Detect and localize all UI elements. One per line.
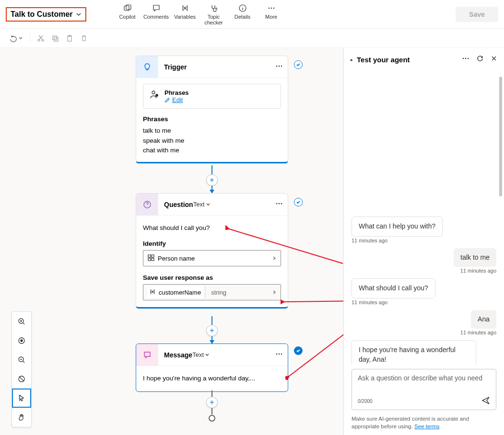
variable-icon: [149, 288, 156, 297]
node-subtype-dropdown[interactable]: Text: [193, 201, 211, 208]
copilot-icon: [123, 3, 132, 13]
zoom-fit-button[interactable]: [12, 331, 31, 350]
svg-point-14: [279, 65, 280, 67]
paste-button[interactable]: [66, 34, 73, 42]
svg-point-6: [273, 7, 274, 8]
node-question[interactable]: Question Text What should I call you? Id…: [136, 193, 288, 309]
svg-point-37: [463, 58, 464, 59]
close-button[interactable]: [491, 55, 497, 64]
stethoscope-icon: [209, 3, 219, 13]
svg-rect-11: [68, 36, 71, 41]
svg-point-39: [468, 58, 469, 59]
more-button[interactable]: [462, 55, 469, 64]
toolbar-group: Copilot Comments Variables Topic checker…: [115, 3, 284, 25]
chat-input[interactable]: Ask a question or describe what you need…: [352, 369, 496, 410]
node-subtype-dropdown[interactable]: Text: [192, 351, 210, 358]
canvas-area[interactable]: Trigger Phrases Edit Phrases talk to me: [0, 48, 343, 435]
svg-point-38: [465, 58, 467, 59]
svg-point-8: [42, 39, 44, 41]
toolbar-label: Comments: [143, 14, 169, 20]
edit-phrases-link[interactable]: Edit: [164, 96, 189, 103]
see-terms-link[interactable]: See terms: [414, 424, 439, 429]
chevron-down-icon: [76, 11, 82, 17]
comment-icon: [152, 3, 161, 13]
toolbar-label: Copilot: [119, 14, 135, 20]
test-pane: ▸ Test your agent What can I help you wi…: [343, 48, 504, 435]
chat-timestamp: 11 minutes ago: [352, 299, 496, 305]
message-icon: [136, 344, 158, 366]
cursor-tool-button[interactable]: [12, 389, 31, 408]
toolbar-comments[interactable]: Comments: [144, 3, 169, 25]
svg-point-7: [38, 39, 40, 41]
svg-rect-23: [152, 255, 154, 257]
identify-field[interactable]: Person name: [143, 250, 281, 266]
toolbar-variables[interactable]: Variables: [173, 3, 198, 25]
lightbulb-icon: [136, 56, 158, 78]
collapse-icon[interactable]: ▸: [351, 57, 353, 62]
copy-button[interactable]: [51, 34, 59, 42]
svg-point-13: [276, 65, 278, 67]
svg-point-28: [281, 353, 282, 355]
toolbar-more[interactable]: More: [259, 3, 284, 25]
chat-disclaimer: Make sure AI-generated content is accura…: [344, 415, 504, 435]
phrase-item: chat with me: [143, 146, 281, 155]
scrollbar-thumb[interactable]: [499, 77, 502, 196]
end-node: [209, 415, 215, 422]
chat-message-bot: I hope you're having a wonderful day, An…: [352, 340, 496, 365]
node-more-button[interactable]: [275, 350, 283, 360]
chat-timestamp: 11 minutes ago: [352, 238, 496, 243]
svg-rect-22: [148, 255, 151, 257]
svg-rect-25: [152, 258, 154, 261]
minimap-button[interactable]: [12, 369, 31, 389]
phrase-item: speak with me: [143, 136, 281, 146]
topic-name-label: Talk to Customer: [11, 10, 73, 19]
phrases-heading: Phrases: [143, 114, 281, 124]
chevron-right-icon: [272, 255, 277, 262]
svg-point-26: [276, 353, 278, 355]
node-more-button[interactable]: [275, 62, 283, 72]
svg-rect-9: [53, 36, 57, 40]
svg-point-15: [281, 65, 282, 67]
toolbar-copilot[interactable]: Copilot: [115, 3, 140, 25]
svg-point-16: [152, 91, 155, 94]
svg-rect-10: [54, 37, 58, 41]
add-node-button[interactable]: +: [206, 174, 218, 186]
node-message[interactable]: Message Text I hope you're having a wond…: [136, 343, 288, 392]
zoom-in-button[interactable]: [12, 312, 31, 331]
chat-message-user: Ana: [352, 310, 496, 329]
node-title: Question: [164, 201, 193, 208]
chat-scroll[interactable]: What can I help you with? 11 minutes ago…: [344, 71, 504, 365]
delete-button[interactable]: [80, 34, 88, 42]
test-pane-title: Test your agent: [357, 56, 410, 64]
status-check-icon: [294, 60, 303, 69]
svg-point-2: [215, 8, 217, 9]
send-button[interactable]: [481, 396, 490, 407]
svg-point-19: [276, 203, 278, 204]
svg-point-21: [281, 203, 282, 204]
toolbar-details[interactable]: Details: [230, 3, 255, 25]
save-button[interactable]: Save: [456, 7, 498, 22]
refresh-button[interactable]: [476, 55, 484, 64]
node-more-button[interactable]: [275, 200, 283, 209]
save-as-label: Save user response as: [143, 274, 281, 281]
add-node-button[interactable]: +: [206, 397, 218, 408]
toolbar-label: Details: [234, 14, 251, 20]
phrases-list: Phrases talk to me speak with me chat wi…: [143, 114, 281, 155]
chat-timestamp: 11 minutes ago: [352, 268, 496, 274]
annotation-arrow: [285, 327, 343, 380]
variable-field[interactable]: customerName string: [143, 284, 281, 300]
undo-button[interactable]: [10, 34, 23, 42]
more-icon: [267, 3, 276, 13]
chat-message-bot: What should I call you?: [352, 278, 496, 298]
node-trigger[interactable]: Trigger Phrases Edit Phrases talk to me: [136, 56, 288, 163]
zoom-out-button[interactable]: [12, 350, 31, 369]
variable-name: customerName: [159, 289, 201, 296]
cut-button[interactable]: [37, 34, 45, 42]
add-node-button[interactable]: +: [206, 325, 218, 336]
question-icon: [136, 194, 158, 216]
toolbar-topic-checker[interactable]: Topic checker: [201, 3, 226, 25]
chat-message-bot: What can I help you with?: [352, 217, 496, 237]
question-prompt: What should I call you?: [143, 221, 281, 235]
topic-name-dropdown[interactable]: Talk to Customer: [6, 7, 86, 22]
hand-tool-button[interactable]: [12, 408, 31, 427]
